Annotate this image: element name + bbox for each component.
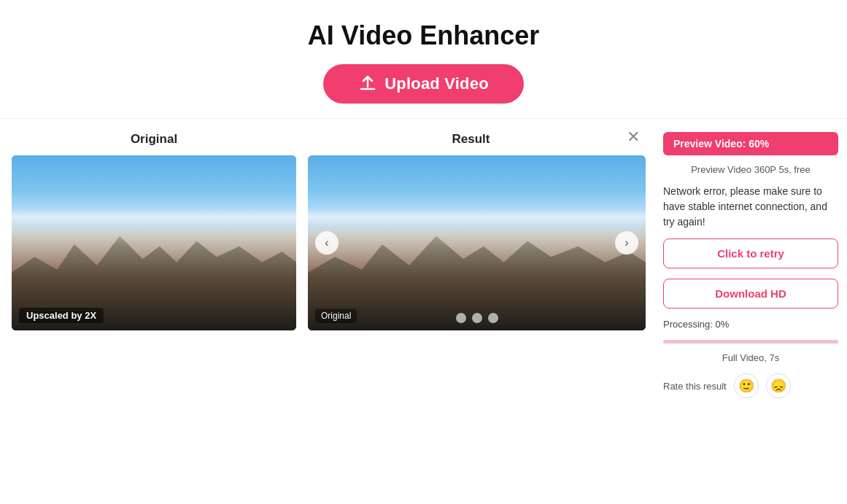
columns-header: Original Result ✕	[12, 119, 646, 155]
original-video-box: Upscaled by 2X	[12, 155, 296, 330]
processing-bar-track	[663, 340, 838, 344]
result-badge: Original	[315, 309, 357, 323]
upscale-badge: Upscaled by 2X	[19, 308, 104, 323]
upload-video-button[interactable]: Upload Video	[323, 64, 524, 104]
preview-subtitle: Preview Video 360P 5s, free	[663, 164, 838, 175]
upload-button-label: Upload Video	[384, 74, 489, 93]
close-button[interactable]: ✕	[621, 125, 646, 150]
result-video-box: ‹ › Original	[308, 155, 646, 330]
header: AI Video Enhancer Upload Video	[0, 0, 847, 119]
slider-prev-button[interactable]: ‹	[315, 231, 339, 255]
chevron-left-icon: ‹	[325, 236, 328, 249]
dot-2[interactable]	[472, 313, 482, 323]
original-video-thumbnail	[12, 155, 296, 330]
error-message: Network error, please make sure to have …	[663, 184, 838, 230]
retry-button[interactable]: Click to retry	[663, 239, 838, 268]
media-row: Upscaled by 2X ‹ › Original	[12, 155, 646, 330]
page-title: AI Video Enhancer	[0, 20, 847, 51]
happy-icon: 🙂	[738, 378, 754, 394]
sad-icon: 😞	[770, 378, 786, 394]
slider-next-button[interactable]: ›	[615, 231, 638, 255]
rate-row: Rate this result 🙂 😞	[663, 373, 838, 398]
chevron-right-icon: ›	[624, 236, 628, 249]
right-panel: Preview Video: 60% Preview Video 360P 5s…	[657, 119, 847, 498]
upload-icon	[358, 74, 377, 93]
full-video-label: Full Video, 7s	[663, 352, 838, 363]
processing-label: Processing: 0%	[663, 319, 838, 330]
sad-emoji-button[interactable]: 😞	[766, 373, 791, 398]
media-section: Original Result ✕ Upscaled by 2X ‹ › Ori…	[0, 119, 657, 498]
rate-label: Rate this result	[663, 381, 727, 392]
download-hd-button[interactable]: Download HD	[663, 279, 838, 309]
preview-progress-label: Preview Video: 60%	[673, 138, 769, 150]
result-video-thumbnail	[308, 155, 646, 330]
result-column-label: Result	[296, 132, 646, 147]
happy-emoji-button[interactable]: 🙂	[734, 373, 759, 398]
main-area: Original Result ✕ Upscaled by 2X ‹ › Ori…	[0, 119, 847, 498]
dot-3[interactable]	[488, 313, 498, 323]
preview-progress-bar: Preview Video: 60%	[663, 132, 838, 155]
slider-dots	[456, 313, 498, 323]
original-column-label: Original	[12, 132, 296, 147]
dot-1[interactable]	[456, 313, 466, 323]
